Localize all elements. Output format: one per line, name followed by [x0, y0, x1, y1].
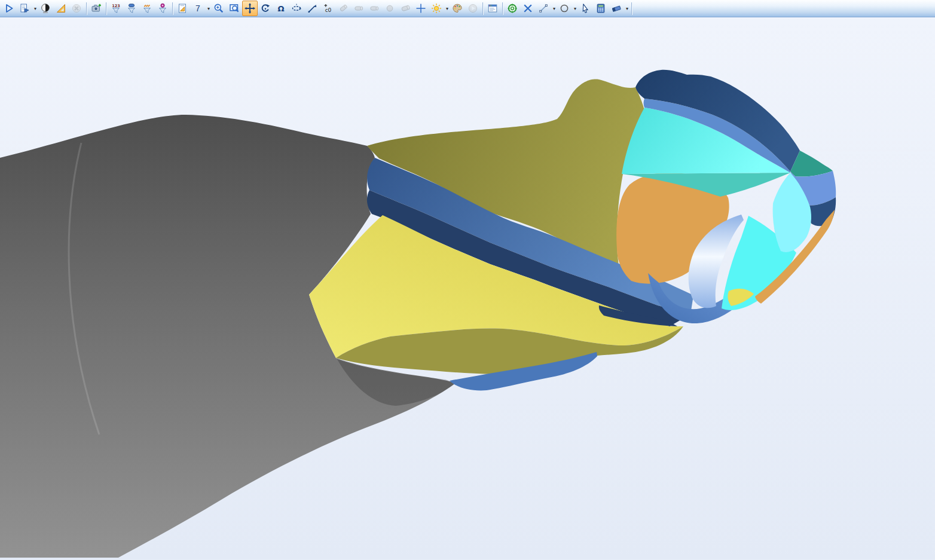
view-end-button [382, 1, 398, 16]
view-cylinder-side-button [351, 1, 366, 16]
delete-measure-button[interactable] [520, 1, 536, 16]
pointer-button[interactable] [578, 1, 593, 16]
omega-rotate-icon: Ω [276, 3, 286, 14]
circle-icon [559, 3, 570, 14]
colors-button[interactable] [450, 1, 465, 16]
viewport-3d[interactable] [0, 17, 935, 559]
zoom-plus-icon [213, 3, 224, 14]
cylinder-iso-icon [400, 3, 411, 14]
filter-cylinder-button[interactable] [124, 1, 139, 16]
zoom-window-icon [229, 3, 240, 14]
c0-icon: c0 [322, 3, 333, 14]
page-count-select-dropdown-caret[interactable]: ▾ [206, 6, 211, 11]
sphere-bw-icon [40, 3, 51, 14]
filter-disc-icon [157, 3, 168, 14]
eraser-button[interactable] [609, 1, 624, 16]
orbit-icon [291, 3, 302, 14]
filter-arrows-icon [142, 3, 152, 14]
filter-toolpath-button[interactable] [139, 1, 155, 16]
target-icon [507, 3, 518, 14]
zoom-window-button[interactable] [227, 1, 242, 16]
page-count-select[interactable]: 7 [190, 1, 206, 16]
filter-cylinder-icon [126, 3, 137, 14]
page-count-select-value: 7 [194, 4, 201, 13]
cancel-button [69, 1, 84, 16]
line-icon [538, 3, 549, 14]
palette-icon [452, 3, 463, 14]
render-mode-button[interactable] [38, 1, 53, 16]
rotate-3d-icon [260, 3, 271, 14]
rotate-view-button[interactable]: Ω [273, 1, 289, 16]
crosshair-icon [415, 3, 426, 14]
form-window-icon [487, 3, 498, 14]
zoom-in-button[interactable] [211, 1, 227, 16]
setsquare-icon [56, 3, 66, 14]
circle-tool-button[interactable] [557, 1, 572, 16]
lighting-button-dropdown-caret[interactable]: ▾ [445, 6, 450, 11]
setsquare-measure-button[interactable] [53, 1, 69, 16]
toolbar-separator [106, 2, 106, 15]
svg-text:123: 123 [112, 4, 120, 8]
toolbar-separator [631, 2, 632, 15]
view-iso-button [398, 1, 413, 16]
sun-icon [431, 3, 442, 14]
filter-numbers-button[interactable]: 123 [108, 1, 124, 16]
line-tool-button[interactable] [536, 1, 551, 16]
line-tool-button-dropdown-caret[interactable]: ▾ [552, 6, 557, 11]
circle-end-icon [384, 3, 395, 14]
report-document-icon [177, 3, 188, 14]
eraser-icon [611, 3, 622, 14]
viewport-canvas[interactable] [0, 17, 935, 559]
view-cylinder-tilted-button [335, 1, 351, 16]
filter-numbers-icon: 123 [111, 3, 121, 14]
cancel-circle-icon [71, 3, 82, 14]
center-target-button[interactable] [505, 1, 520, 16]
cylinder-side-icon [353, 3, 364, 14]
properties-form-button[interactable] [485, 1, 500, 16]
pan-arrows-icon [245, 3, 255, 14]
calculator-button[interactable] [593, 1, 609, 16]
rotation-center-button[interactable]: c0 [320, 1, 335, 16]
blue-x-icon [522, 3, 533, 14]
measure-arrow-icon [307, 3, 317, 14]
cursor-icon [580, 3, 591, 14]
animate-button [465, 1, 481, 16]
cylinder-side-icon [369, 3, 380, 14]
rotate-3d-button[interactable] [258, 1, 273, 16]
svg-text:Ω: Ω [277, 4, 284, 13]
cylinder-tilted-icon [338, 3, 349, 14]
snapshot-button[interactable] [88, 1, 104, 16]
orbit-button[interactable] [289, 1, 304, 16]
play-circle-icon [468, 3, 478, 14]
play-icon [4, 3, 14, 14]
pan-button[interactable] [242, 1, 258, 16]
lighting-button[interactable] [429, 1, 444, 16]
crosshair-button[interactable] [413, 1, 429, 16]
measure-arrow-button[interactable] [304, 1, 320, 16]
eraser-button-dropdown-caret[interactable]: ▾ [625, 6, 630, 11]
export-document-button-dropdown-caret[interactable]: ▾ [33, 6, 38, 11]
run-button[interactable] [1, 1, 17, 16]
svg-text:c0: c0 [325, 7, 332, 13]
export-document-button[interactable] [17, 1, 32, 16]
document-export-icon [19, 3, 30, 14]
main-toolbar: ▾1237▾Ωc0▾▾▾▾ [0, 0, 935, 17]
toolbar-separator [172, 2, 173, 15]
toolbar-separator [86, 2, 87, 15]
camera-add-icon [91, 3, 102, 14]
toolbar-separator [502, 2, 503, 15]
toolbar-separator [482, 2, 483, 15]
report-document-button[interactable] [175, 1, 190, 16]
filter-wheel-button[interactable] [155, 1, 170, 16]
view-cylinder-side2-button [366, 1, 382, 16]
circle-tool-button-dropdown-caret[interactable]: ▾ [573, 6, 578, 11]
calculator-icon [595, 3, 606, 14]
